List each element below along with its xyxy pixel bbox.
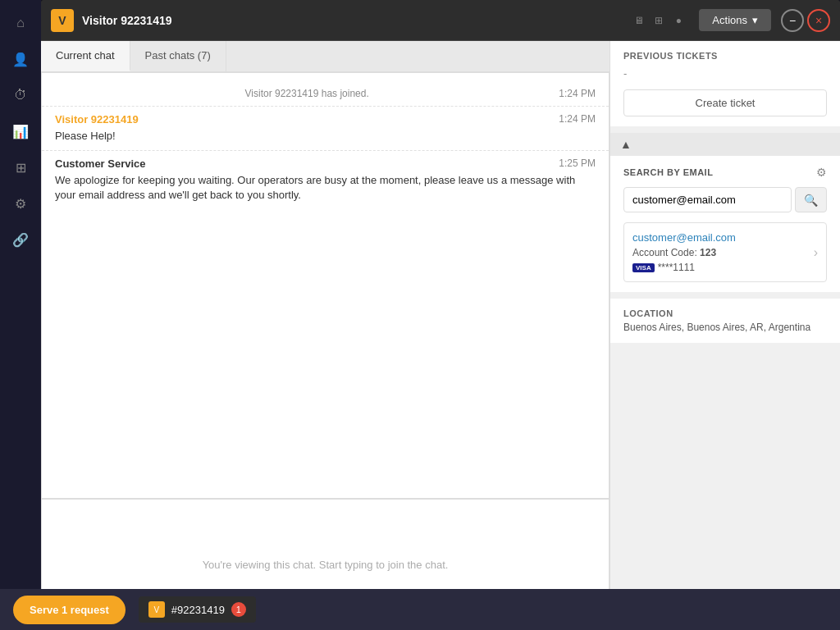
- sidebar-item-home[interactable]: ⌂: [6, 8, 35, 38]
- badge-visitor-icon: V: [148, 601, 165, 618]
- modal-header: V Visitor 92231419 🖥 ⊞ ● Actions ▾ − ×: [41, 0, 840, 41]
- browser-icon: ●: [671, 13, 686, 28]
- search-gear-icon[interactable]: ⚙: [816, 166, 827, 179]
- location-title: Location: [623, 308, 827, 318]
- search-by-email-section: SEARCH BY EMAIL ⚙ 🔍 customer@email.com A: [610, 156, 840, 292]
- system-message: Visitor 92231419 has joined. 1:24 PM: [42, 81, 609, 107]
- visitor-author: Visitor 92231419: [55, 113, 139, 126]
- agent-msg-header: Customer Service 1:25 PM: [55, 158, 596, 170]
- sidebar: ⌂ 👤 ⏱ 📊 ⊞ ⚙ 🔗: [0, 0, 41, 630]
- search-result[interactable]: customer@email.com Account Code: 123 VIS…: [623, 222, 827, 282]
- chat-input-hint: You're viewing this chat. Start typing t…: [203, 559, 449, 571]
- modal-overlay: V Visitor 92231419 🖥 ⊞ ● Actions ▾ − ×: [41, 0, 840, 630]
- location-text: Buenos Aires, Buenos Aires, AR, Argentin…: [623, 322, 827, 333]
- right-panel: Previous tickets - Create ticket ▲ SEARC…: [610, 41, 840, 630]
- result-arrow-icon: ›: [814, 245, 818, 260]
- location-section: Location Buenos Aires, Buenos Aires, AR,…: [610, 299, 840, 343]
- actions-button[interactable]: Actions ▾: [699, 9, 771, 31]
- visa-icon: VISA: [632, 263, 655, 272]
- modal-title: Visitor 92231419: [82, 14, 632, 27]
- chevron-down-icon: ▾: [752, 14, 758, 26]
- system-message-text: Visitor 92231419 has joined.: [55, 88, 559, 99]
- visitor-message: Visitor 92231419 1:24 PM Please Help!: [42, 107, 609, 151]
- chat-section: Current chat Past chats (7) Visitor 9223…: [41, 41, 610, 630]
- result-account-code: Account Code: 123: [632, 247, 818, 258]
- actions-label: Actions: [712, 14, 747, 26]
- search-input-row: 🔍: [623, 187, 827, 212]
- previous-tickets-section: Previous tickets - Create ticket: [610, 41, 840, 126]
- serve-bar: Serve 1 request V #92231419 1: [0, 589, 840, 630]
- agent-author: Customer Service: [55, 158, 146, 170]
- system-message-time: 1:24 PM: [559, 88, 596, 99]
- tab-past-chats[interactable]: Past chats (7): [130, 41, 226, 71]
- agent-msg-body: We apologize for keeping you waiting. Ou…: [55, 173, 596, 203]
- previous-tickets-title: Previous tickets: [623, 51, 827, 61]
- create-ticket-button[interactable]: Create ticket: [623, 89, 827, 116]
- badge-count: 1: [231, 602, 246, 617]
- visitor-icon: V: [51, 9, 74, 32]
- search-submit-button[interactable]: 🔍: [795, 187, 827, 212]
- previous-tickets-dash: -: [623, 67, 827, 80]
- close-button[interactable]: ×: [807, 9, 830, 32]
- os-icons: 🖥 ⊞ ●: [632, 13, 686, 28]
- modal-body: Current chat Past chats (7) Visitor 9223…: [41, 41, 840, 630]
- chat-badge[interactable]: V #92231419 1: [139, 596, 256, 623]
- visitor-msg-body: Please Help!: [55, 129, 596, 144]
- minimize-button[interactable]: −: [781, 9, 804, 32]
- visitor-msg-time: 1:24 PM: [559, 113, 596, 126]
- windows-icon: ⊞: [651, 13, 666, 28]
- collapse-handle[interactable]: ▲: [610, 133, 840, 156]
- chevron-up-icon: ▲: [620, 138, 632, 151]
- agent-msg-time: 1:25 PM: [559, 158, 596, 170]
- serve-request-button[interactable]: Serve 1 request: [13, 596, 126, 624]
- tab-current-chat[interactable]: Current chat: [41, 41, 130, 71]
- card-number: ****1111: [658, 262, 695, 273]
- sidebar-item-chart[interactable]: 📊: [6, 116, 35, 146]
- visitor-msg-header: Visitor 92231419 1:24 PM: [55, 113, 596, 126]
- search-section-title: SEARCH BY EMAIL: [623, 167, 713, 177]
- chat-tabs: Current chat Past chats (7): [41, 41, 609, 72]
- chat-messages: Visitor 92231419 has joined. 1:24 PM Vis…: [41, 72, 609, 499]
- sidebar-item-settings[interactable]: ⚙: [6, 189, 35, 218]
- sidebar-item-puzzle[interactable]: ⊞: [6, 153, 35, 182]
- result-email: customer@email.com: [632, 231, 818, 244]
- search-icon: 🔍: [804, 194, 818, 207]
- sidebar-item-users[interactable]: 👤: [6, 44, 35, 74]
- modal-window: V Visitor 92231419 🖥 ⊞ ● Actions ▾ − ×: [41, 0, 840, 630]
- search-email-input[interactable]: [623, 187, 792, 212]
- agent-message: Customer Service 1:25 PM We apologize fo…: [42, 151, 609, 209]
- sidebar-item-link[interactable]: 🔗: [6, 225, 35, 254]
- monitor-icon: 🖥: [632, 13, 646, 28]
- sidebar-item-clock[interactable]: ⏱: [6, 80, 35, 110]
- result-card: VISA ****1111: [632, 262, 818, 273]
- search-header: SEARCH BY EMAIL ⚙: [623, 166, 827, 179]
- badge-chat-id: #92231419: [171, 604, 225, 616]
